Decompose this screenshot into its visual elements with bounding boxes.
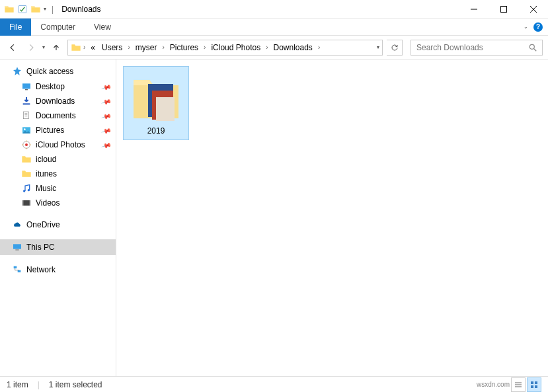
content-pane[interactable]: 2019 [116, 59, 548, 376]
sidebar-item-label: Network [26, 265, 56, 274]
computer-tab[interactable]: Computer [31, 19, 85, 36]
breadcrumb-segment[interactable]: Pictures [167, 40, 202, 55]
search-icon[interactable] [528, 42, 538, 53]
pin-icon: 📌 [101, 139, 112, 150]
sidebar-quick-access[interactable]: Quick access [0, 63, 116, 79]
svg-point-23 [28, 189, 30, 191]
this-pc-icon [12, 242, 22, 253]
history-dropdown-icon[interactable]: ▾ [42, 44, 45, 50]
close-button[interactable] [518, 0, 548, 19]
quick-access-toolbar: ▾ | [0, 4, 60, 15]
sidebar-item-label: Downloads [36, 97, 75, 106]
sidebar-item-downloads[interactable]: Downloads 📌 [0, 94, 116, 108]
qat-dropdown-icon[interactable]: ▾ [44, 6, 46, 12]
sidebar-item-icloud-photos[interactable]: iCloud Photos 📌 [0, 137, 116, 152]
ribbon: File Computer View ⌄ ? [0, 19, 548, 36]
minimize-button[interactable] [459, 0, 489, 19]
breadcrumb-segment[interactable]: iCloud Photos [208, 40, 264, 55]
sidebar-item-label: Pictures [36, 126, 64, 135]
search-input[interactable] [415, 42, 528, 53]
svg-rect-7 [22, 83, 30, 89]
chevron-right-icon[interactable]: › [316, 44, 322, 51]
search-box[interactable] [411, 40, 543, 56]
app-folder-icon [4, 4, 15, 15]
thumbnails-view-button[interactable] [527, 377, 541, 392]
navigation-bar: ▾ › « Users › myser › Pictures › iCloud … [0, 36, 548, 59]
pin-icon: 📌 [101, 110, 112, 121]
sidebar-item-desktop[interactable]: Desktop 📌 [0, 79, 116, 94]
svg-rect-37 [531, 381, 533, 384]
refresh-button[interactable] [387, 40, 403, 56]
breadcrumb-segment[interactable]: Users [98, 40, 126, 55]
sidebar-item-icloud[interactable]: icloud [0, 152, 116, 167]
file-tab[interactable]: File [0, 19, 31, 36]
svg-point-22 [23, 190, 25, 192]
back-button[interactable] [5, 40, 20, 55]
chevron-right-icon[interactable]: › [264, 44, 270, 51]
chevron-right-icon[interactable]: › [160, 44, 166, 51]
forward-button[interactable] [24, 40, 38, 55]
sidebar-item-documents[interactable]: Documents 📌 [0, 108, 116, 123]
sidebar-item-itunes[interactable]: itunes [0, 167, 116, 181]
sidebar-onedrive[interactable]: OneDrive [0, 217, 116, 233]
breadcrumb-prefix: « [87, 40, 98, 55]
address-bar[interactable]: › « Users › myser › Pictures › iCloud Ph… [67, 40, 383, 56]
folder-icon [21, 154, 32, 165]
svg-rect-40 [535, 385, 537, 388]
svg-point-17 [25, 143, 28, 146]
svg-line-6 [534, 48, 537, 51]
view-tab[interactable]: View [85, 19, 120, 36]
body: Quick access Desktop 📌 Downloads 📌 Docum… [0, 59, 548, 376]
sidebar-item-label: Documents [36, 111, 76, 120]
pin-icon: 📌 [101, 96, 112, 106]
qat-folder-icon[interactable] [30, 4, 41, 15]
qat-properties-icon[interactable] [17, 4, 28, 15]
sidebar-item-videos[interactable]: Videos [0, 196, 116, 210]
sidebar-network[interactable]: Network [0, 262, 116, 278]
onedrive-icon [12, 219, 22, 230]
svg-rect-38 [535, 381, 537, 384]
breadcrumb-segment[interactable]: Downloads [270, 40, 316, 55]
up-button[interactable] [49, 40, 63, 55]
chevron-right-icon[interactable]: › [81, 44, 87, 51]
status-item-count: 1 item [7, 380, 28, 389]
svg-rect-8 [25, 89, 28, 90]
folder-thumbnail [130, 71, 182, 124]
sidebar-item-label: This PC [26, 243, 55, 252]
sidebar-item-label: Quick access [26, 67, 73, 76]
sidebar-item-pictures[interactable]: Pictures 📌 [0, 123, 116, 137]
sidebar-this-pc[interactable]: This PC [0, 239, 116, 255]
svg-rect-27 [13, 244, 21, 249]
downloads-icon [21, 96, 32, 106]
sidebar-item-music[interactable]: Music [0, 181, 116, 196]
sidebar-item-label: Videos [36, 198, 59, 208]
sidebar-item-label: Desktop [36, 82, 65, 91]
window-controls [459, 0, 548, 19]
svg-point-15 [24, 128, 26, 130]
chevron-right-icon[interactable]: › [126, 44, 132, 51]
svg-rect-10 [23, 112, 28, 119]
breadcrumb-segment[interactable]: myser [132, 40, 161, 55]
chevron-right-icon[interactable]: › [202, 44, 208, 51]
folder-label: 2019 [147, 126, 165, 136]
documents-icon [21, 110, 32, 121]
ribbon-expand-icon[interactable]: ⌄ [524, 24, 528, 30]
svg-rect-33 [156, 97, 175, 121]
svg-rect-2 [500, 6, 506, 12]
cloud-photos-icon [21, 139, 32, 150]
sidebar-item-label: icloud [36, 155, 56, 164]
svg-rect-39 [531, 385, 533, 388]
status-divider: | [38, 380, 40, 389]
sidebar-item-label: itunes [36, 169, 57, 178]
status-bar: 1 item | 1 item selected wsxdn.com [0, 376, 548, 392]
folder-tile-2019[interactable]: 2019 [123, 66, 189, 140]
maximize-button[interactable] [489, 0, 518, 19]
address-dropdown-icon[interactable]: ▾ [377, 44, 379, 50]
help-icon[interactable]: ? [533, 22, 543, 32]
svg-point-5 [529, 44, 534, 49]
details-view-button[interactable] [511, 377, 526, 392]
network-icon [12, 264, 22, 275]
pictures-icon [21, 125, 32, 136]
desktop-icon [21, 81, 32, 92]
music-icon [21, 183, 32, 194]
